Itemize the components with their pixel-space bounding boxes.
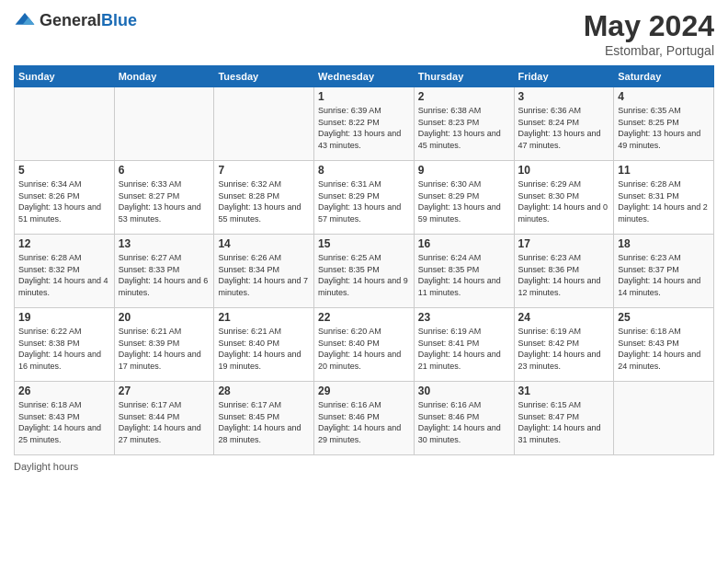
calendar-body: 1Sunrise: 6:39 AM Sunset: 8:22 PM Daylig…: [15, 87, 714, 455]
day-number: 30: [418, 385, 510, 397]
day-cell: 16Sunrise: 6:24 AM Sunset: 8:35 PM Dayli…: [414, 235, 514, 308]
day-info: Sunrise: 6:15 AM Sunset: 8:47 PM Dayligh…: [518, 399, 610, 445]
day-number: 17: [518, 237, 610, 250]
day-number: 31: [518, 385, 610, 397]
day-number: 6: [119, 164, 210, 177]
day-info: Sunrise: 6:27 AM Sunset: 8:33 PM Dayligh…: [119, 252, 210, 298]
day-number: 18: [618, 237, 710, 250]
day-number: 13: [119, 237, 210, 250]
col-thursday: Thursday: [414, 66, 514, 87]
day-info: Sunrise: 6:31 AM Sunset: 8:29 PM Dayligh…: [318, 178, 410, 224]
day-number: 25: [618, 311, 710, 324]
day-number: 9: [418, 164, 510, 177]
day-info: Sunrise: 6:22 AM Sunset: 8:38 PM Dayligh…: [18, 326, 110, 372]
day-cell: 6Sunrise: 6:33 AM Sunset: 8:27 PM Daylig…: [114, 161, 214, 235]
day-number: 7: [218, 164, 310, 177]
day-number: 1: [318, 90, 410, 103]
day-cell: 23Sunrise: 6:19 AM Sunset: 8:41 PM Dayli…: [414, 308, 514, 382]
day-number: 10: [518, 164, 610, 177]
day-cell: 17Sunrise: 6:23 AM Sunset: 8:36 PM Dayli…: [514, 235, 614, 308]
day-info: Sunrise: 6:23 AM Sunset: 8:36 PM Dayligh…: [518, 252, 610, 298]
header: GeneralBlue May 2024 Estombar, Portugal: [14, 9, 714, 58]
day-cell: 2Sunrise: 6:38 AM Sunset: 8:23 PM Daylig…: [414, 87, 514, 161]
day-info: Sunrise: 6:34 AM Sunset: 8:26 PM Dayligh…: [18, 178, 110, 224]
day-number: 2: [418, 90, 510, 103]
daylight-label: Daylight hours: [14, 461, 78, 472]
header-row: Sunday Monday Tuesday Wednesday Thursday…: [15, 66, 714, 87]
day-info: Sunrise: 6:33 AM Sunset: 8:27 PM Dayligh…: [119, 178, 210, 224]
col-wednesday: Wednesday: [314, 66, 415, 87]
logo-icon: [14, 9, 36, 31]
day-info: Sunrise: 6:17 AM Sunset: 8:44 PM Dayligh…: [119, 399, 210, 445]
day-cell: 4Sunrise: 6:35 AM Sunset: 8:25 PM Daylig…: [614, 87, 714, 161]
day-cell: 25Sunrise: 6:18 AM Sunset: 8:43 PM Dayli…: [614, 308, 714, 382]
day-cell: 18Sunrise: 6:23 AM Sunset: 8:37 PM Dayli…: [614, 235, 714, 308]
day-number: 21: [218, 311, 310, 324]
day-cell: 11Sunrise: 6:28 AM Sunset: 8:31 PM Dayli…: [614, 161, 714, 235]
day-info: Sunrise: 6:17 AM Sunset: 8:45 PM Dayligh…: [218, 399, 310, 445]
day-info: Sunrise: 6:18 AM Sunset: 8:43 PM Dayligh…: [618, 326, 710, 372]
day-cell: 15Sunrise: 6:25 AM Sunset: 8:35 PM Dayli…: [314, 235, 415, 308]
col-monday: Monday: [114, 66, 214, 87]
week-row-4: 26Sunrise: 6:18 AM Sunset: 8:43 PM Dayli…: [15, 382, 714, 455]
logo: GeneralBlue: [14, 9, 137, 31]
day-number: 24: [518, 311, 610, 324]
day-info: Sunrise: 6:24 AM Sunset: 8:35 PM Dayligh…: [418, 252, 510, 298]
logo-general: GeneralBlue: [40, 11, 137, 30]
day-number: 11: [618, 164, 710, 177]
day-number: 12: [18, 237, 110, 250]
day-info: Sunrise: 6:26 AM Sunset: 8:34 PM Dayligh…: [218, 252, 310, 298]
day-cell: 7Sunrise: 6:32 AM Sunset: 8:28 PM Daylig…: [214, 161, 314, 235]
day-number: 19: [18, 311, 110, 324]
day-cell: 14Sunrise: 6:26 AM Sunset: 8:34 PM Dayli…: [214, 235, 314, 308]
day-cell: 21Sunrise: 6:21 AM Sunset: 8:40 PM Dayli…: [214, 308, 314, 382]
day-cell: 12Sunrise: 6:28 AM Sunset: 8:32 PM Dayli…: [15, 235, 115, 308]
title-block: May 2024 Estombar, Portugal: [584, 9, 714, 58]
week-row-3: 19Sunrise: 6:22 AM Sunset: 8:38 PM Dayli…: [15, 308, 714, 382]
day-cell: 19Sunrise: 6:22 AM Sunset: 8:38 PM Dayli…: [15, 308, 115, 382]
day-cell: 31Sunrise: 6:15 AM Sunset: 8:47 PM Dayli…: [514, 382, 614, 455]
day-info: Sunrise: 6:38 AM Sunset: 8:23 PM Dayligh…: [418, 105, 510, 151]
day-number: 22: [318, 311, 410, 324]
day-number: 26: [18, 385, 110, 397]
day-number: 27: [119, 385, 210, 397]
week-row-0: 1Sunrise: 6:39 AM Sunset: 8:22 PM Daylig…: [15, 87, 714, 161]
day-number: 20: [119, 311, 210, 324]
day-cell: 30Sunrise: 6:16 AM Sunset: 8:46 PM Dayli…: [414, 382, 514, 455]
day-cell: 26Sunrise: 6:18 AM Sunset: 8:43 PM Dayli…: [15, 382, 115, 455]
month-title: May 2024: [584, 9, 714, 43]
day-info: Sunrise: 6:21 AM Sunset: 8:39 PM Dayligh…: [119, 326, 210, 372]
day-cell: 22Sunrise: 6:20 AM Sunset: 8:40 PM Dayli…: [314, 308, 415, 382]
day-cell: 8Sunrise: 6:31 AM Sunset: 8:29 PM Daylig…: [314, 161, 415, 235]
day-info: Sunrise: 6:36 AM Sunset: 8:24 PM Dayligh…: [518, 105, 610, 151]
col-tuesday: Tuesday: [214, 66, 314, 87]
day-info: Sunrise: 6:30 AM Sunset: 8:29 PM Dayligh…: [418, 178, 510, 224]
day-cell: 9Sunrise: 6:30 AM Sunset: 8:29 PM Daylig…: [414, 161, 514, 235]
day-number: 5: [18, 164, 110, 177]
day-info: Sunrise: 6:19 AM Sunset: 8:42 PM Dayligh…: [518, 326, 610, 372]
day-number: 15: [318, 237, 410, 250]
day-cell: 24Sunrise: 6:19 AM Sunset: 8:42 PM Dayli…: [514, 308, 614, 382]
week-row-1: 5Sunrise: 6:34 AM Sunset: 8:26 PM Daylig…: [15, 161, 714, 235]
day-number: 29: [318, 385, 410, 397]
day-info: Sunrise: 6:39 AM Sunset: 8:22 PM Dayligh…: [318, 105, 410, 151]
day-cell: [214, 87, 314, 161]
day-cell: 13Sunrise: 6:27 AM Sunset: 8:33 PM Dayli…: [114, 235, 214, 308]
day-info: Sunrise: 6:21 AM Sunset: 8:40 PM Dayligh…: [218, 326, 310, 372]
day-cell: 3Sunrise: 6:36 AM Sunset: 8:24 PM Daylig…: [514, 87, 614, 161]
day-info: Sunrise: 6:16 AM Sunset: 8:46 PM Dayligh…: [418, 399, 510, 445]
day-cell: 5Sunrise: 6:34 AM Sunset: 8:26 PM Daylig…: [15, 161, 115, 235]
footer: Daylight hours: [14, 461, 714, 472]
day-cell: 28Sunrise: 6:17 AM Sunset: 8:45 PM Dayli…: [214, 382, 314, 455]
col-sunday: Sunday: [15, 66, 115, 87]
day-cell: [614, 382, 714, 455]
day-number: 3: [518, 90, 610, 103]
day-info: Sunrise: 6:29 AM Sunset: 8:30 PM Dayligh…: [518, 178, 610, 224]
location: Estombar, Portugal: [584, 43, 714, 58]
day-number: 4: [618, 90, 710, 103]
col-saturday: Saturday: [614, 66, 714, 87]
day-info: Sunrise: 6:35 AM Sunset: 8:25 PM Dayligh…: [618, 105, 710, 151]
day-info: Sunrise: 6:28 AM Sunset: 8:32 PM Dayligh…: [18, 252, 110, 298]
day-info: Sunrise: 6:16 AM Sunset: 8:46 PM Dayligh…: [318, 399, 410, 445]
day-info: Sunrise: 6:19 AM Sunset: 8:41 PM Dayligh…: [418, 326, 510, 372]
